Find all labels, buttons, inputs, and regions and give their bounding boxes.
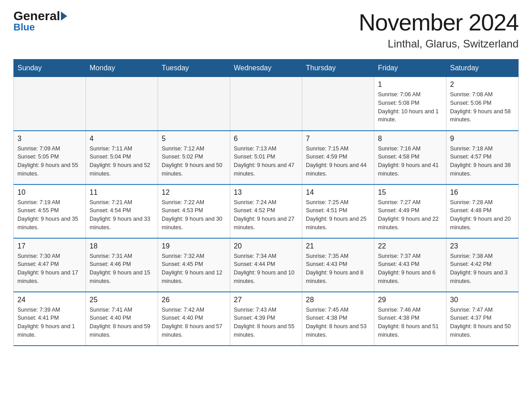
calendar-header: SundayMondayTuesdayWednesdayThursdayFrid… bbox=[14, 60, 519, 77]
calendar-cell: 20Sunrise: 7:34 AM Sunset: 4:44 PM Dayli… bbox=[230, 238, 302, 292]
logo-arrow-icon bbox=[61, 12, 67, 21]
calendar-cell: 19Sunrise: 7:32 AM Sunset: 4:45 PM Dayli… bbox=[158, 238, 230, 292]
day-info: Sunrise: 7:43 AM Sunset: 4:39 PM Dayligh… bbox=[234, 306, 298, 339]
day-info: Sunrise: 7:16 AM Sunset: 4:58 PM Dayligh… bbox=[378, 145, 442, 178]
weekday-header-monday: Monday bbox=[86, 60, 158, 77]
calendar-cell bbox=[158, 77, 230, 131]
day-number: 14 bbox=[306, 188, 370, 197]
day-number: 22 bbox=[378, 242, 442, 250]
day-info: Sunrise: 7:28 AM Sunset: 4:48 PM Dayligh… bbox=[450, 198, 515, 232]
calendar-cell: 13Sunrise: 7:24 AM Sunset: 4:52 PM Dayli… bbox=[230, 184, 302, 238]
calendar-cell: 26Sunrise: 7:42 AM Sunset: 4:40 PM Dayli… bbox=[158, 292, 230, 346]
month-year-title: November 2024 bbox=[359, 9, 519, 36]
calendar-cell bbox=[302, 77, 374, 131]
day-number: 4 bbox=[90, 135, 154, 143]
day-number: 23 bbox=[450, 242, 515, 250]
calendar-cell: 10Sunrise: 7:19 AM Sunset: 4:55 PM Dayli… bbox=[14, 184, 86, 238]
day-number: 16 bbox=[450, 188, 515, 197]
day-number: 15 bbox=[378, 188, 442, 197]
day-info: Sunrise: 7:45 AM Sunset: 4:38 PM Dayligh… bbox=[306, 306, 370, 339]
calendar-table: SundayMondayTuesdayWednesdayThursdayFrid… bbox=[13, 59, 519, 346]
calendar-cell: 29Sunrise: 7:46 AM Sunset: 4:38 PM Dayli… bbox=[374, 292, 446, 346]
day-info: Sunrise: 7:41 AM Sunset: 4:40 PM Dayligh… bbox=[90, 306, 154, 339]
location-subtitle: Linthal, Glarus, Switzerland bbox=[359, 38, 519, 50]
day-info: Sunrise: 7:09 AM Sunset: 5:05 PM Dayligh… bbox=[17, 145, 82, 178]
calendar-cell bbox=[14, 77, 86, 131]
day-number: 29 bbox=[378, 296, 442, 304]
day-info: Sunrise: 7:35 AM Sunset: 4:43 PM Dayligh… bbox=[306, 252, 370, 286]
day-info: Sunrise: 7:31 AM Sunset: 4:46 PM Dayligh… bbox=[90, 252, 154, 286]
logo: General Blue bbox=[13, 9, 67, 33]
calendar-cell: 30Sunrise: 7:47 AM Sunset: 4:37 PM Dayli… bbox=[446, 292, 519, 346]
weekday-header-sunday: Sunday bbox=[14, 60, 86, 77]
day-number: 27 bbox=[234, 296, 298, 304]
calendar-cell: 17Sunrise: 7:30 AM Sunset: 4:47 PM Dayli… bbox=[14, 238, 86, 292]
calendar-cell: 1Sunrise: 7:06 AM Sunset: 5:08 PM Daylig… bbox=[374, 77, 446, 131]
day-number: 3 bbox=[17, 135, 82, 143]
day-number: 13 bbox=[234, 188, 298, 197]
weekday-header-row: SundayMondayTuesdayWednesdayThursdayFrid… bbox=[14, 60, 519, 77]
weekday-header-saturday: Saturday bbox=[446, 60, 519, 77]
calendar-cell: 22Sunrise: 7:37 AM Sunset: 4:43 PM Dayli… bbox=[374, 238, 446, 292]
day-info: Sunrise: 7:34 AM Sunset: 4:44 PM Dayligh… bbox=[234, 252, 298, 286]
calendar-body: 1Sunrise: 7:06 AM Sunset: 5:08 PM Daylig… bbox=[14, 77, 519, 346]
day-number: 30 bbox=[450, 296, 515, 304]
weekday-header-tuesday: Tuesday bbox=[158, 60, 230, 77]
calendar-cell: 18Sunrise: 7:31 AM Sunset: 4:46 PM Dayli… bbox=[86, 238, 158, 292]
day-number: 25 bbox=[90, 296, 154, 304]
calendar-cell: 25Sunrise: 7:41 AM Sunset: 4:40 PM Dayli… bbox=[86, 292, 158, 346]
day-info: Sunrise: 7:12 AM Sunset: 5:02 PM Dayligh… bbox=[162, 145, 226, 178]
calendar-cell: 15Sunrise: 7:27 AM Sunset: 4:49 PM Dayli… bbox=[374, 184, 446, 238]
day-number: 12 bbox=[162, 188, 226, 197]
day-info: Sunrise: 7:08 AM Sunset: 5:06 PM Dayligh… bbox=[450, 90, 515, 124]
weekday-header-friday: Friday bbox=[374, 60, 446, 77]
day-number: 5 bbox=[162, 135, 226, 143]
calendar-cell bbox=[230, 77, 302, 131]
day-info: Sunrise: 7:24 AM Sunset: 4:52 PM Dayligh… bbox=[234, 198, 298, 232]
day-info: Sunrise: 7:21 AM Sunset: 4:54 PM Dayligh… bbox=[90, 198, 154, 232]
day-info: Sunrise: 7:27 AM Sunset: 4:49 PM Dayligh… bbox=[378, 198, 442, 232]
day-number: 19 bbox=[162, 242, 226, 250]
day-number: 21 bbox=[306, 242, 370, 250]
weekday-header-thursday: Thursday bbox=[302, 60, 374, 77]
calendar-cell: 12Sunrise: 7:22 AM Sunset: 4:53 PM Dayli… bbox=[158, 184, 230, 238]
day-info: Sunrise: 7:13 AM Sunset: 5:01 PM Dayligh… bbox=[234, 145, 298, 178]
day-number: 28 bbox=[306, 296, 370, 304]
day-number: 2 bbox=[450, 81, 515, 89]
calendar-cell: 23Sunrise: 7:38 AM Sunset: 4:42 PM Dayli… bbox=[446, 238, 519, 292]
day-info: Sunrise: 7:47 AM Sunset: 4:37 PM Dayligh… bbox=[450, 306, 515, 339]
day-info: Sunrise: 7:06 AM Sunset: 5:08 PM Dayligh… bbox=[378, 90, 442, 124]
calendar-cell: 16Sunrise: 7:28 AM Sunset: 4:48 PM Dayli… bbox=[446, 184, 519, 238]
calendar-cell: 5Sunrise: 7:12 AM Sunset: 5:02 PM Daylig… bbox=[158, 131, 230, 184]
calendar-cell: 4Sunrise: 7:11 AM Sunset: 5:04 PM Daylig… bbox=[86, 131, 158, 184]
calendar-cell: 6Sunrise: 7:13 AM Sunset: 5:01 PM Daylig… bbox=[230, 131, 302, 184]
day-info: Sunrise: 7:15 AM Sunset: 4:59 PM Dayligh… bbox=[306, 145, 370, 178]
title-area: November 2024 Linthal, Glarus, Switzerla… bbox=[359, 9, 519, 50]
calendar-cell: 3Sunrise: 7:09 AM Sunset: 5:05 PM Daylig… bbox=[14, 131, 86, 184]
week-row-5: 24Sunrise: 7:39 AM Sunset: 4:41 PM Dayli… bbox=[14, 292, 519, 346]
calendar-cell: 24Sunrise: 7:39 AM Sunset: 4:41 PM Dayli… bbox=[14, 292, 86, 346]
day-number: 18 bbox=[90, 242, 154, 250]
day-info: Sunrise: 7:18 AM Sunset: 4:57 PM Dayligh… bbox=[450, 145, 515, 178]
day-number: 20 bbox=[234, 242, 298, 250]
calendar-cell: 27Sunrise: 7:43 AM Sunset: 4:39 PM Dayli… bbox=[230, 292, 302, 346]
week-row-1: 1Sunrise: 7:06 AM Sunset: 5:08 PM Daylig… bbox=[14, 77, 519, 131]
day-info: Sunrise: 7:37 AM Sunset: 4:43 PM Dayligh… bbox=[378, 252, 442, 286]
day-number: 11 bbox=[90, 188, 154, 197]
day-number: 26 bbox=[162, 296, 226, 304]
day-info: Sunrise: 7:46 AM Sunset: 4:38 PM Dayligh… bbox=[378, 306, 442, 339]
day-info: Sunrise: 7:42 AM Sunset: 4:40 PM Dayligh… bbox=[162, 306, 226, 339]
day-number: 9 bbox=[450, 135, 515, 143]
week-row-4: 17Sunrise: 7:30 AM Sunset: 4:47 PM Dayli… bbox=[14, 238, 519, 292]
header: General Blue November 2024 Linthal, Glar… bbox=[13, 9, 519, 50]
day-info: Sunrise: 7:39 AM Sunset: 4:41 PM Dayligh… bbox=[17, 306, 82, 339]
day-number: 1 bbox=[378, 81, 442, 89]
calendar-cell: 8Sunrise: 7:16 AM Sunset: 4:58 PM Daylig… bbox=[374, 131, 446, 184]
calendar-cell bbox=[86, 77, 158, 131]
week-row-3: 10Sunrise: 7:19 AM Sunset: 4:55 PM Dayli… bbox=[14, 184, 519, 238]
day-number: 10 bbox=[17, 188, 82, 197]
day-info: Sunrise: 7:19 AM Sunset: 4:55 PM Dayligh… bbox=[17, 198, 82, 232]
calendar-cell: 7Sunrise: 7:15 AM Sunset: 4:59 PM Daylig… bbox=[302, 131, 374, 184]
day-info: Sunrise: 7:32 AM Sunset: 4:45 PM Dayligh… bbox=[162, 252, 226, 286]
calendar-cell: 21Sunrise: 7:35 AM Sunset: 4:43 PM Dayli… bbox=[302, 238, 374, 292]
